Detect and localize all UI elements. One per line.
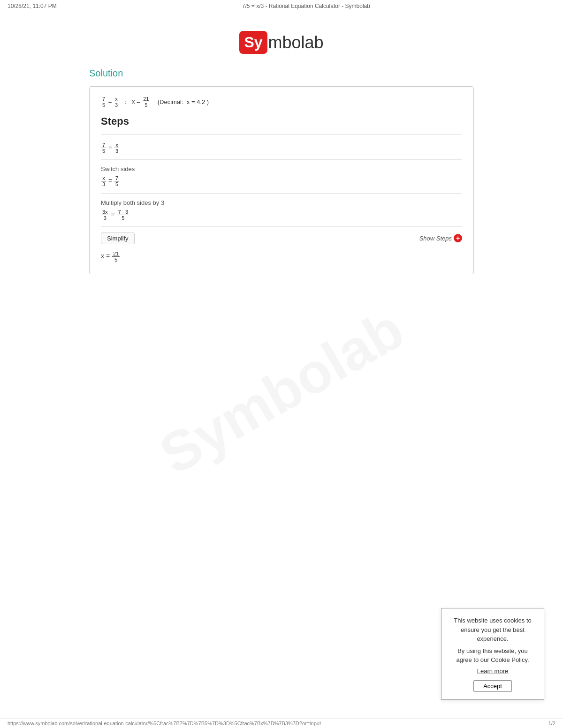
steps-heading: Steps (101, 115, 462, 128)
logo-area: Symbolab (0, 12, 563, 68)
result-equation: 75 = x3 (101, 96, 119, 108)
watermark-text: Symbolab (149, 296, 414, 487)
logo[interactable]: Symbolab (239, 31, 323, 54)
step-2-expr: 3x3 = 7 · 35 (101, 209, 462, 221)
step-1: Switch sides x3 = 75 (101, 159, 462, 193)
step-1-label: Switch sides (101, 165, 462, 173)
logo-mbolab: mbolab (268, 33, 324, 53)
answer-expr: x = 215 (132, 96, 151, 108)
frac-7-5-s1: 75 (114, 175, 119, 187)
step-2-label: Multiply both sides by 3 (101, 199, 462, 206)
step-1-expr: x3 = 75 (101, 175, 462, 187)
frac-x-3: x3 (114, 96, 119, 108)
frac-3x-3: 3x3 (101, 209, 109, 221)
show-steps-icon: + (454, 234, 462, 242)
watermark-area: Symbolab (89, 274, 474, 509)
step-0: 75 = x3 (101, 134, 462, 159)
solution-box: 75 = x3 : x = 215 (Decimal: x = 4.2 ) St… (89, 86, 474, 274)
frac-7dot3-5: 7 · 35 (117, 209, 129, 221)
simplify-button[interactable]: Simplify (101, 233, 135, 244)
solution-title: Solution (89, 68, 474, 79)
main-content: Solution 75 = x3 : x = 215 (Decimal: x = (80, 68, 483, 509)
frac-x-3-s1: x3 (101, 175, 106, 187)
top-bar: 10/28/21, 11:07 PM 7/5 = x/3 - Rational … (0, 0, 563, 12)
decimal-label: (Decimal: x = 4.2 ) (154, 98, 209, 105)
logo-sy: Sy (239, 31, 267, 54)
frac-21-5-final: 215 (112, 251, 120, 263)
final-expr: x = 215 (101, 246, 462, 264)
frac-x-3-s0: x3 (114, 142, 119, 154)
datetime: 10/28/21, 11:07 PM (8, 3, 57, 9)
result-line: 75 = x3 : x = 215 (Decimal: x = 4.2 ) (101, 96, 462, 108)
show-steps-label: Show Steps (419, 235, 452, 242)
show-steps-link[interactable]: Show Steps + (419, 234, 462, 242)
frac-7-5-s0: 75 (101, 142, 106, 154)
step-0-expr: 75 = x3 (101, 142, 462, 154)
frac-7-5: 75 (101, 96, 106, 108)
colon: : (123, 98, 128, 105)
page-tab-title: 7/5 = x/3 - Rational Equation Calculator… (242, 3, 370, 9)
simplify-row: Simplify Show Steps + (101, 226, 462, 246)
step-2: Multiply both sides by 3 3x3 = 7 · 35 (101, 193, 462, 226)
frac-21-5-result: 215 (142, 96, 150, 108)
